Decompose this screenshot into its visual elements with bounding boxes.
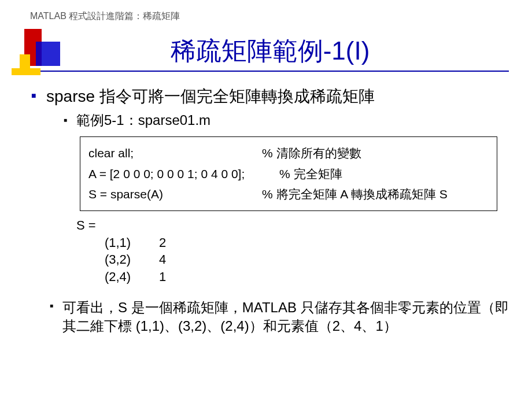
content-area: sparse 指令可將一個完全矩陣轉換成稀疏矩陣 範例5-1：sparse01.… xyxy=(25,86,515,336)
code-line2-comment: % 完全矩陣 xyxy=(279,164,489,184)
bullet-level2-explain-wrap: 可看出，S 是一個稀疏矩陣，MATLAB 只儲存其各個非零元素的位置（即其二維下… xyxy=(50,298,515,336)
example-label: 範例5-1：sparse01.m xyxy=(76,112,210,128)
code-box: clear all; % 清除所有的變數 A = [2 0 0 0; 0 0 0… xyxy=(80,136,497,211)
code-line3-left: S = sparse(A) xyxy=(88,184,262,205)
slide: MATLAB 程式設計進階篇：稀疏矩陣 稀疏矩陣範例-1(I) sparse 指… xyxy=(0,0,532,399)
bullet-level2-example: 範例5-1：sparse01.m xyxy=(64,111,515,130)
code-line1-comment: % 清除所有的變數 xyxy=(262,143,489,164)
bullet-level1: sparse 指令可將一個完全矩陣轉換成稀疏矩陣 範例5-1：sparse01.… xyxy=(31,86,515,130)
breadcrumb: MATLAB 程式設計進階篇：稀疏矩陣 xyxy=(30,10,515,23)
title-rule xyxy=(31,71,509,72)
code-line1-left: clear all; xyxy=(88,143,262,164)
code-line3-comment: % 將完全矩陣 A 轉換成稀疏矩陣 S xyxy=(262,184,489,205)
bullet1-text: sparse 指令可將一個完全矩陣轉換成稀疏矩陣 xyxy=(46,87,375,105)
output-block: S = (1,1) 2 (3,2) 4 (2,4) 1 xyxy=(76,217,515,286)
slide-title: 稀疏矩陣範例-1(I) xyxy=(25,28,515,68)
code-line2-left: A = [2 0 0 0; 0 0 0 1; 0 4 0 0]; xyxy=(88,164,279,184)
bullet2-text: 可看出，S 是一個稀疏矩陣，MATLAB 只儲存其各個非零元素的位置（即其二維下… xyxy=(62,298,515,336)
